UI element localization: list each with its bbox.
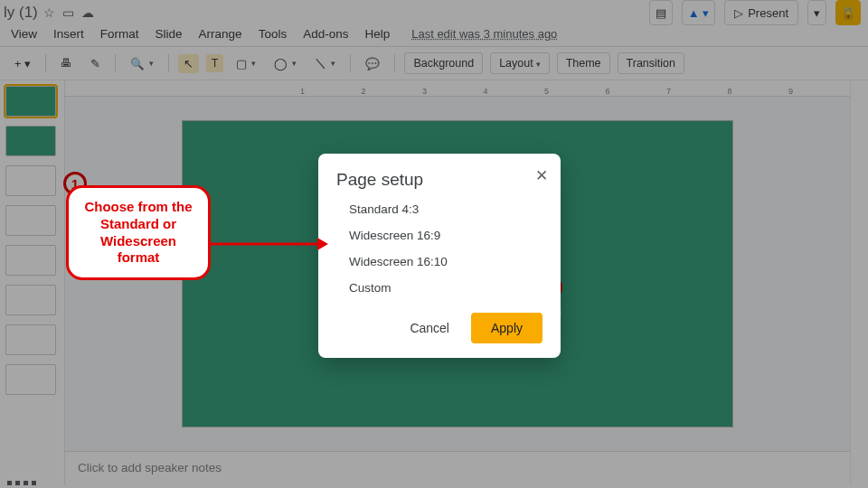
horizontal-ruler: 1 2 3 4 5 6 7 8 9 [65,80,850,97]
right-rail [850,80,868,485]
title-icons: ☆ ▭ ☁ [43,5,94,20]
option-widescreen-16-9[interactable]: Widescreen 16:9 [349,229,542,242]
present-label: Present [748,6,788,20]
title-right-controls: ▤ ▲ ▾ ▷Present ▾ 🔒 [649,0,861,25]
apply-button[interactable]: Apply [471,313,542,343]
background-button[interactable]: Background [404,52,483,74]
share-up-button[interactable]: ▲ ▾ [682,0,715,25]
annotation-step1: Choose from the Standard or Widescreen f… [66,185,211,280]
present-button[interactable]: ▷Present [724,0,798,25]
slide-thumbnail[interactable] [5,324,56,355]
menu-view[interactable]: View [11,27,37,41]
svg-marker-1 [317,238,328,250]
menu-bar: View Insert Format Slide Arrange Tools A… [0,23,868,47]
theme-button[interactable]: Theme [557,52,610,74]
page-setup-options: Standard 4:3 Widescreen 16:9 Widescreen … [336,197,542,305]
comment-tool[interactable]: 💬 [360,54,385,73]
cloud-status-icon[interactable]: ☁ [81,5,94,20]
option-widescreen-16-10[interactable]: Widescreen 16:10 [349,255,542,268]
transition-button[interactable]: Transition [618,52,684,74]
menu-insert[interactable]: Insert [53,27,84,41]
image-tool[interactable]: ▢ [231,54,261,73]
comments-button[interactable]: ▤ [649,0,673,25]
speaker-notes[interactable]: Click to add speaker notes [65,451,850,485]
present-dropdown[interactable]: ▾ [807,0,826,25]
menu-arrange[interactable]: Arrange [199,27,242,41]
menu-format[interactable]: Format [100,27,139,41]
move-folder-icon[interactable]: ▭ [62,5,74,20]
line-tool[interactable]: ＼ [309,53,341,74]
divider [394,54,395,72]
slide-thumbnail[interactable] [5,245,56,276]
annotation-step1-text: Choose from the Standard or Widescreen f… [66,185,211,280]
textbox-tool[interactable]: T [206,54,224,72]
menu-addons[interactable]: Add-ons [303,27,348,41]
toolbar: + ▾ 🖶 ✎ 🔍 ↖ T ▢ ◯ ＼ 💬 Background Layout … [0,47,868,80]
thumbnail-panel[interactable] [0,80,65,485]
dialog-title: Page setup [336,170,542,190]
doc-name[interactable]: ly (1) [4,4,38,22]
slide-thumbnail[interactable] [5,86,56,117]
new-slide-button[interactable]: + ▾ [9,54,36,73]
star-icon[interactable]: ☆ [43,5,55,20]
slide-thumbnail[interactable] [5,364,56,395]
shape-tool[interactable]: ◯ [269,54,302,73]
menu-help[interactable]: Help [364,27,390,41]
slide-thumbnail[interactable] [5,285,56,315]
menu-tools[interactable]: Tools [259,27,288,41]
paint-format-button[interactable]: ✎ [85,54,106,73]
divider [115,54,116,72]
slide-thumbnail[interactable] [5,205,56,236]
close-icon[interactable]: ✕ [535,166,548,185]
divider [45,54,46,72]
slide-thumbnail[interactable] [5,165,56,196]
print-button[interactable]: 🖶 [55,54,78,72]
layout-button[interactable]: Layout [490,52,550,74]
cancel-button[interactable]: Cancel [401,314,458,343]
divider [168,54,169,72]
annotation-arrow-icon [211,235,328,253]
menu-slide[interactable]: Slide [156,27,183,41]
lock-button[interactable]: 🔒 [835,0,861,25]
page-setup-dialog: Page setup ✕ Standard 4:3 Widescreen 16:… [318,154,561,358]
divider [350,54,351,72]
dialog-actions: Cancel Apply [336,313,542,343]
select-tool[interactable]: ↖ [178,54,199,73]
slide-thumbnail[interactable] [5,126,56,156]
option-custom[interactable]: Custom [349,281,542,295]
grid-view-button[interactable] [7,481,36,485]
last-edit-link[interactable]: Last edit was 3 minutes ago [411,27,557,41]
option-standard-4-3[interactable]: Standard 4:3 [349,202,542,216]
title-bar: ly (1) ☆ ▭ ☁ ▤ ▲ ▾ ▷Present ▾ 🔒 [0,0,868,23]
zoom-button[interactable]: 🔍 [125,54,159,73]
